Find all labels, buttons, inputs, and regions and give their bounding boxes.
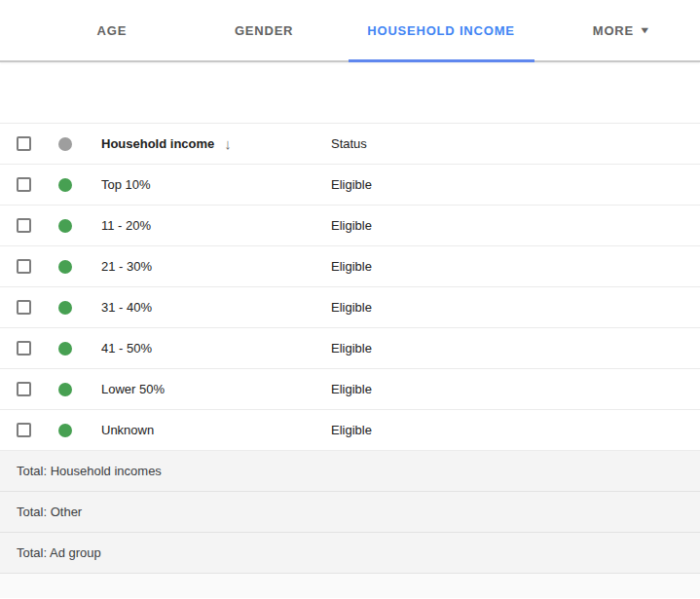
tab-gender-label: GENDER [235, 23, 293, 38]
checkbox-cell [0, 423, 47, 437]
row-label: Unknown [101, 423, 331, 437]
column-header-status-label: Status [331, 136, 367, 151]
tab-age-label: AGE [97, 23, 128, 38]
tab-more-label: MORE [593, 23, 634, 38]
column-header-household-income-label: Household income [101, 136, 214, 151]
header-status-dot-cell [47, 137, 101, 151]
row-checkbox[interactable] [17, 423, 31, 437]
enabled-status-icon[interactable] [58, 219, 72, 233]
status-dot-header-icon [58, 137, 72, 151]
active-tab-indicator [349, 59, 534, 62]
enabled-status-icon[interactable] [58, 424, 72, 437]
checkbox-cell [0, 259, 47, 274]
total-label: Total: Ad group [17, 545, 101, 560]
enabled-status-icon[interactable] [58, 383, 72, 396]
total-row-household-incomes: Total: Household incomes [0, 451, 700, 492]
table-header-row: Household income ↓ Status [0, 124, 700, 165]
total-row-ad-group: Total: Ad group [0, 533, 700, 574]
table-row-11-20: 11 - 20% Eligible [0, 206, 700, 246]
status-badge: Eligible [331, 177, 700, 192]
table-row-41-50: 41 - 50% Eligible [0, 328, 700, 369]
checkbox-cell [0, 382, 47, 396]
row-checkbox[interactable] [17, 259, 31, 274]
row-checkbox[interactable] [17, 382, 31, 396]
table-row-31-40: 31 - 40% Eligible [0, 287, 700, 328]
table-row-unknown: Unknown Eligible [0, 410, 700, 451]
total-label: Total: Other [17, 505, 82, 519]
tab-household-income-label: HOUSEHOLD INCOME [367, 23, 514, 38]
table-row-top-10: Top 10% Eligible [0, 165, 700, 206]
sort-descending-icon: ↓ [224, 135, 232, 152]
row-checkbox[interactable] [17, 218, 31, 233]
status-dot-cell [47, 301, 101, 315]
status-dot-cell [47, 260, 101, 274]
total-label: Total: Household incomes [17, 464, 162, 478]
checkbox-cell [0, 341, 47, 356]
enabled-status-icon[interactable] [58, 260, 72, 274]
tab-gender[interactable]: GENDER [189, 0, 340, 60]
status-badge: Eligible [331, 382, 700, 396]
bottom-spacer [0, 574, 700, 598]
column-header-status[interactable]: Status [331, 136, 700, 151]
table-row-lower-50: Lower 50% Eligible [0, 369, 700, 410]
row-checkbox[interactable] [17, 177, 31, 192]
status-badge: Eligible [331, 341, 700, 356]
status-badge: Eligible [331, 259, 700, 274]
checkbox-cell [0, 177, 47, 192]
row-checkbox[interactable] [17, 300, 31, 315]
status-dot-cell [47, 178, 101, 192]
row-label: 11 - 20% [101, 218, 331, 233]
checkbox-cell [0, 300, 47, 315]
row-label: 31 - 40% [101, 300, 331, 315]
checkbox-cell [0, 218, 47, 233]
status-dot-cell [47, 342, 101, 356]
enabled-status-icon[interactable] [58, 342, 72, 356]
status-badge: Eligible [331, 423, 700, 437]
status-badge: Eligible [331, 300, 700, 315]
row-label: 41 - 50% [101, 341, 331, 356]
status-dot-cell [47, 383, 101, 396]
enabled-status-icon[interactable] [58, 178, 72, 192]
table-row-21-30: 21 - 30% Eligible [0, 246, 700, 287]
status-dot-cell [47, 219, 101, 233]
toolbar-spacer [0, 62, 700, 123]
row-label: 21 - 30% [101, 259, 331, 274]
select-all-checkbox[interactable] [17, 136, 31, 151]
enabled-status-icon[interactable] [58, 301, 72, 315]
status-dot-cell [47, 424, 101, 437]
tab-more[interactable]: MORE ▼ [543, 0, 700, 60]
row-label: Lower 50% [101, 382, 331, 396]
header-checkbox-cell [0, 136, 47, 151]
status-badge: Eligible [331, 218, 700, 233]
tab-age[interactable]: AGE [35, 0, 189, 60]
total-row-other: Total: Other [0, 492, 700, 533]
row-checkbox[interactable] [17, 341, 31, 356]
demographics-tab-bar: AGE GENDER HOUSEHOLD INCOME MORE ▼ [0, 0, 700, 62]
household-income-table: Household income ↓ Status Top 10% Eligib… [0, 123, 700, 574]
tab-household-income[interactable]: HOUSEHOLD INCOME [340, 0, 543, 60]
column-header-household-income[interactable]: Household income ↓ [101, 135, 331, 152]
row-label: Top 10% [101, 177, 331, 192]
chevron-down-icon: ▼ [639, 25, 652, 35]
